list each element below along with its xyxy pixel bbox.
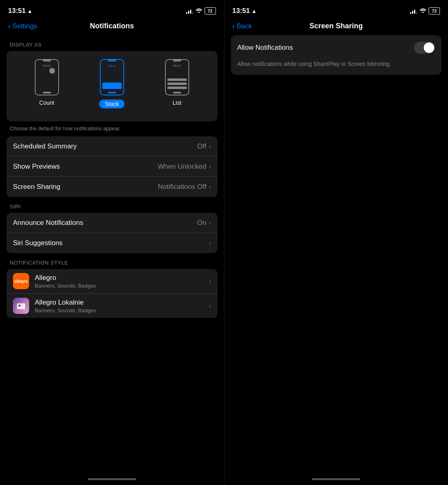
allow-notifications-row: Allow Notifications [231,35,442,60]
back-chevron-icon: ‹ [232,21,235,31]
display-option-stack[interactable]: 09:41 Stack [99,59,125,108]
left-time: 13:51 ▲ [8,7,32,15]
display-as-section-label: DISPLAY AS [6,35,218,51]
app-list-card: allegro Allegro Banners, Sounds, Badges … [6,269,218,318]
allegro-info: Allegro Banners, Sounds, Badges [35,274,203,289]
allegro-app-icon: allegro [13,273,29,289]
toggle-thumb [424,42,434,53]
time-text: 13:51 [232,7,250,15]
scheduled-summary-row[interactable]: Scheduled Summary Off › [6,136,218,157]
list-phone-icon: 09:41 [165,59,189,95]
siri-section-label: SIRI [6,197,218,213]
display-options: 09:41 Count 09:41 Stack [15,59,209,108]
notification-style-label: NOTIFICATION STYLE [6,253,218,269]
show-previews-value: When Unlocked [158,163,206,171]
svg-rect-2 [18,305,21,307]
scheduled-summary-right: Off › [197,142,211,150]
scheduled-summary-label: Scheduled Summary [13,142,77,150]
right-status-bar: 13:51 ▲ 72 [224,0,448,20]
allow-notifications-description: Allow notifications while using SharePla… [231,60,442,75]
location-icon: ▲ [251,8,257,14]
time-text: 13:51 [8,7,25,15]
announce-notifications-right: On › [197,219,211,227]
back-button[interactable]: ‹ Back [232,21,252,31]
screen-sharing-label: Screen Sharing [13,183,60,191]
siri-suggestions-row[interactable]: Siri Suggestions › [6,233,218,253]
allegro-lokalnie-row[interactable]: Allegro Lokalnie Banners, Sounds, Badges… [6,294,218,318]
main-settings-card: Scheduled Summary Off › Show Previews Wh… [6,136,218,197]
chevron-right-icon: › [209,219,211,227]
screen-sharing-value: Notifications Off [158,183,206,191]
right-panel: 13:51 ▲ 72 ‹ Ba [224,0,448,485]
left-home-indicator [0,473,224,485]
siri-suggestions-label: Siri Suggestions [13,239,63,247]
allegro-name: Allegro [35,274,203,282]
left-content: DISPLAY AS 09:41 Count 0 [0,35,224,473]
list-label: List [173,100,182,106]
stack-label: Stack [99,100,125,108]
battery-icon: 72 [205,7,216,15]
status-right-icons: 72 [186,7,216,15]
show-previews-label: Show Previews [13,163,60,171]
count-phone-icon: 09:41 [35,59,59,95]
signal-icon [410,8,417,14]
right-time: 13:51 ▲ [232,7,257,15]
svg-rect-3 [21,305,24,305]
announce-notifications-row[interactable]: Announce Notifications On › [6,213,218,233]
display-hint: Choose the default for how notifications… [6,121,218,133]
chevron-right-icon: › [209,302,211,309]
svg-rect-4 [21,306,23,307]
chevron-right-icon: › [209,277,211,285]
status-right-icons: 72 [410,7,440,15]
announce-notifications-value: On [197,219,206,227]
allegro-lokalnie-info: Allegro Lokalnie Banners, Sounds, Badges [35,299,203,313]
scheduled-summary-value: Off [197,142,206,150]
left-nav-bar: ‹ Settings Notifications [0,20,224,35]
screen-sharing-row[interactable]: Screen Sharing Notifications Off › [6,177,218,197]
page-title: Screen Sharing [309,22,363,30]
announce-notifications-label: Announce Notifications [13,219,83,227]
show-previews-right: When Unlocked › [158,163,211,171]
show-previews-row[interactable]: Show Previews When Unlocked › [6,157,218,177]
display-option-count[interactable]: 09:41 Count [35,59,59,108]
stack-phone-icon: 09:41 [100,59,124,95]
allegro-lokalnie-name: Allegro Lokalnie [35,299,203,307]
chevron-right-icon: › [209,163,211,170]
display-option-list[interactable]: 09:41 List [165,59,189,108]
back-label: Back [237,22,252,30]
left-panel: 13:51 ▲ 72 ‹ Se [0,0,224,485]
display-as-card: 09:41 Count 09:41 Stack [6,51,218,121]
allow-notifications-toggle[interactable] [414,42,435,54]
allegro-row[interactable]: allegro Allegro Banners, Sounds, Badges … [6,269,218,294]
allegro-lokalnie-sub: Banners, Sounds, Badges [35,307,203,313]
signal-icon [186,8,193,14]
right-content: Allow Notifications Allow notifications … [224,35,448,80]
wifi-icon [196,8,202,14]
page-title: Notifications [90,22,134,30]
right-home-indicator [224,473,448,485]
chevron-right-icon: › [209,183,211,191]
back-label: Settings [13,22,37,30]
location-icon: ▲ [27,8,32,14]
allegro-sub: Banners, Sounds, Badges [35,283,203,289]
siri-settings-card: Announce Notifications On › Siri Suggest… [6,213,218,253]
allegro-lokalnie-app-icon [13,298,29,314]
chevron-right-icon: › [209,143,211,150]
allegro-lokalnie-svg-icon [15,300,27,311]
allow-notifications-card: Allow Notifications Allow notifications … [231,35,442,75]
settings-back-button[interactable]: ‹ Settings [8,21,37,31]
count-label: Count [39,100,54,106]
allow-notifications-label: Allow Notifications [237,44,293,52]
chevron-right-icon: › [209,239,211,247]
screen-sharing-right: Notifications Off › [158,183,211,191]
right-nav-bar: ‹ Back Screen Sharing [224,20,448,35]
wifi-icon [420,8,426,14]
left-status-bar: 13:51 ▲ 72 [0,0,224,20]
back-chevron-icon: ‹ [8,21,11,31]
siri-suggestions-right: › [209,239,211,247]
battery-icon: 72 [429,7,440,15]
